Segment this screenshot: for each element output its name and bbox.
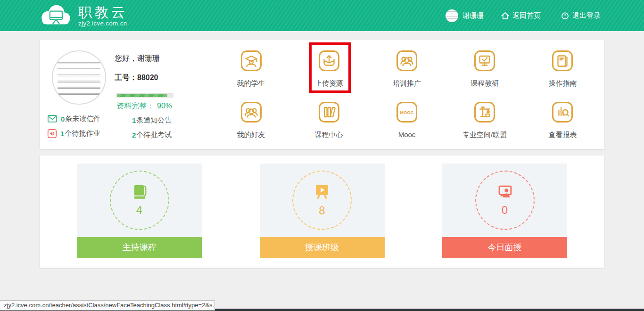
stat-label: 条通知公告: [136, 116, 172, 125]
stat-label: 个待批考试: [136, 131, 172, 139]
completeness-text: 资料完整：90%: [116, 101, 209, 111]
stat-unread-mail[interactable]: 0 条未读信件: [47, 113, 132, 124]
menu-label: 上传资源: [315, 79, 343, 88]
card-label[interactable]: 今日面授: [442, 237, 567, 258]
guide-document-icon: [551, 49, 574, 72]
back-home-label: 返回首页: [512, 11, 541, 20]
menu-label: 课程教研: [471, 79, 499, 88]
stat-label: 条未读信件: [65, 115, 100, 123]
logout-label: 退出登录: [572, 11, 601, 20]
menu-item-upload-resources[interactable]: 上传资源: [290, 49, 368, 101]
books-icon: [318, 101, 340, 123]
stat-notices[interactable]: 1 条通知公告: [132, 115, 172, 126]
link-preview-url: zjy2.icve.com.cn/teacher/assistClass/new…: [4, 302, 215, 309]
summary-panel: 4 主持课程 8 授课班级: [40, 156, 604, 268]
card-count: 8: [319, 204, 325, 217]
menu-item-mooc[interactable]: MOOC Mooc: [368, 101, 446, 152]
group-icon: [396, 49, 418, 72]
completeness-label: 资料完整：: [116, 102, 154, 110]
mail-icon: [47, 114, 58, 123]
stat-count: 0: [61, 115, 65, 123]
header-user-name: 谢珊珊: [462, 11, 484, 20]
avatar-image: [58, 58, 100, 97]
mooc-icon: MOOC: [396, 101, 418, 123]
home-icon: [501, 11, 510, 20]
power-icon: [561, 11, 570, 20]
card-count: 0: [502, 204, 508, 217]
completeness-value: 90%: [157, 102, 172, 110]
menu-item-professional-space[interactable]: 专业空间/联盟: [446, 101, 524, 152]
menu-item-course-research[interactable]: 课程教研: [446, 49, 524, 101]
card-label[interactable]: 主持课程: [77, 237, 202, 258]
profile-progress-bar: [116, 93, 173, 98]
easel-play-icon: [311, 184, 333, 204]
menu-label: 操作指南: [548, 79, 577, 88]
menu-label: 培训推广: [393, 79, 421, 88]
card-teaching-classes[interactable]: 8 授课班级: [260, 164, 385, 258]
stat-pending-homework[interactable]: 1 个待批作业: [47, 128, 132, 139]
card-circle: 0: [475, 171, 535, 230]
profile-section: 您好，谢珊珊 工号：88020 资料完整：90% 0 条未读信件: [40, 40, 211, 149]
worker-id: 工号：88020: [115, 73, 209, 83]
card-circle: 4: [110, 171, 169, 230]
cloud-logo-icon: [37, 3, 74, 28]
profile-progress-fill: [117, 94, 167, 97]
monitor-check-icon: [473, 49, 496, 72]
card-today-face-teaching[interactable]: 0 今日面授: [442, 164, 567, 258]
profile-avatar[interactable]: [52, 50, 106, 105]
stat-count: 1: [132, 116, 136, 124]
speaker-icon: [47, 129, 57, 139]
menu-label: 课程中心: [315, 131, 343, 139]
report-chart-icon: [551, 101, 574, 123]
students-icon: [240, 49, 263, 72]
menu-item-training-promotion[interactable]: 培训推广: [368, 49, 446, 101]
worker-id-label: 工号：: [115, 74, 137, 82]
menu-label: 查看报表: [548, 131, 577, 139]
menu-item-operation-guide[interactable]: 操作指南: [524, 49, 602, 101]
greeting-text: 您好，谢珊珊: [115, 54, 209, 64]
menu-item-my-students[interactable]: 我的学生: [212, 49, 290, 101]
back-home-button[interactable]: 返回首页: [501, 11, 541, 20]
menu-item-my-friends[interactable]: 我的好友: [212, 101, 290, 152]
stat-label: 个待批作业: [65, 129, 100, 138]
logo[interactable]: 职教云 zjy2.icve.com.cn: [37, 3, 128, 28]
header-avatar: [446, 9, 458, 22]
header-user[interactable]: 谢珊珊: [446, 9, 484, 22]
card-circle: 8: [292, 171, 352, 230]
stat-count: 1: [60, 130, 64, 138]
worker-id-value: 88020: [137, 74, 158, 82]
top-header: 职教云 zjy2.icve.com.cn 谢珊珊 返回首页 退出登录: [0, 0, 644, 31]
card-label[interactable]: 授课班级: [260, 237, 385, 258]
card-count: 4: [136, 204, 142, 217]
dashboard-panel: 您好，谢珊珊 工号：88020 资料完整：90% 0 条未读信件: [40, 40, 604, 149]
menu-item-view-reports[interactable]: 查看报表: [524, 101, 602, 152]
menu-item-course-center[interactable]: 课程中心: [290, 101, 368, 152]
mooc-icon-text: MOOC: [400, 110, 413, 115]
menu-label: Mooc: [398, 131, 416, 139]
stat-pending-exams[interactable]: 2 个待批考试: [132, 129, 172, 140]
quick-menu-grid: 我的学生 上传资源 培训推广: [212, 40, 602, 149]
app-subtitle: zjy2.icve.com.cn: [78, 20, 128, 27]
app-title: 职教云: [78, 5, 128, 20]
crane-icon: [473, 101, 496, 123]
friends-icon: [240, 101, 263, 123]
book-icon: [129, 184, 150, 203]
link-preview-statusbar: zjy2.icve.com.cn/teacher/assistClass/new…: [0, 300, 215, 311]
stat-count: 2: [132, 131, 136, 139]
card-hosted-courses[interactable]: 4 主持课程: [77, 164, 202, 258]
menu-label: 我的学生: [237, 79, 265, 88]
presenter-screen-icon: [494, 184, 516, 203]
menu-label: 我的好友: [237, 131, 265, 139]
upload-icon: [318, 49, 340, 72]
menu-label: 专业空间/联盟: [462, 131, 507, 139]
logout-button[interactable]: 退出登录: [561, 11, 601, 20]
